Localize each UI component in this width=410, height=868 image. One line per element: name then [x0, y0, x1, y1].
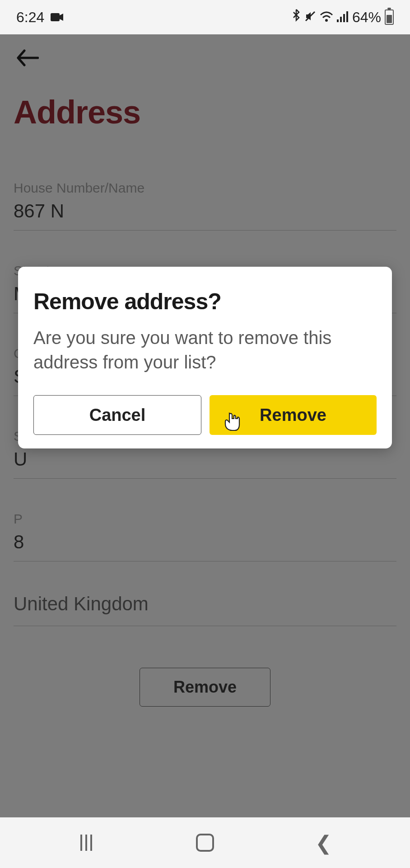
bluetooth-icon — [292, 9, 301, 26]
android-nav-bar: ❮ — [0, 817, 410, 868]
confirm-remove-button[interactable]: Remove — [210, 395, 377, 435]
battery-percent: 64% — [352, 9, 381, 26]
nav-recents-button[interactable] — [59, 829, 113, 856]
signal-icon — [337, 9, 349, 26]
status-bar: 6:24 64% — [0, 0, 410, 34]
svg-rect-6 — [346, 11, 348, 22]
svg-point-2 — [325, 19, 328, 22]
svg-rect-5 — [343, 14, 345, 22]
back-icon: ❮ — [315, 831, 332, 854]
mute-icon — [304, 9, 316, 26]
home-icon — [196, 834, 214, 852]
svg-rect-4 — [340, 17, 342, 22]
dialog-title: Remove address? — [33, 288, 377, 315]
cancel-button[interactable]: Cancel — [33, 395, 201, 435]
nav-back-button[interactable]: ❮ — [297, 829, 351, 856]
status-time: 6:24 — [16, 9, 44, 26]
wifi-icon — [320, 9, 333, 26]
nav-home-button[interactable] — [178, 829, 232, 856]
svg-rect-3 — [337, 19, 339, 22]
dialog-body: Are you sure you want to remove this add… — [33, 326, 377, 374]
recents-icon — [80, 835, 92, 851]
battery-icon — [385, 9, 394, 25]
video-camera-icon — [51, 9, 64, 26]
remove-confirm-dialog: Remove address? Are you sure you want to… — [18, 267, 392, 448]
svg-rect-0 — [51, 13, 60, 21]
